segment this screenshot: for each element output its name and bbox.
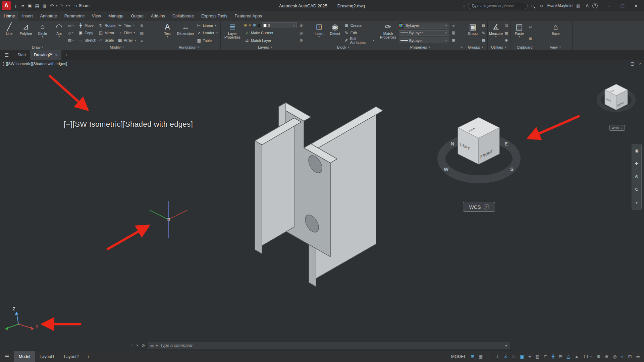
command-input-field[interactable]: ▭ ▾ ▾	[148, 342, 510, 349]
properties-dialog-button[interactable]: ⊞	[452, 38, 455, 43]
overkill-button[interactable]: ≡	[141, 39, 143, 43]
status-cycling-icon[interactable]: ◻	[544, 354, 547, 359]
measure-button[interactable]: ∡ Measure ▾	[489, 22, 503, 44]
user-name[interactable]: FrankMayfield	[547, 3, 573, 8]
viewport-controls-label[interactable]: [−][SW Isometric][Shaded with edges]	[3, 62, 67, 66]
panel-clipboard-label[interactable]: Clipboard	[511, 44, 539, 50]
paste-button[interactable]: ▤ Paste ▾	[512, 22, 527, 44]
3d-model[interactable]	[255, 103, 383, 287]
ribbon-tab-express-tools[interactable]: Express Tools	[198, 11, 231, 21]
ucs-icon[interactable]: X Z	[5, 307, 38, 330]
match-properties-button[interactable]: ✑ Match Properties	[378, 22, 398, 44]
move-button[interactable]: ╋Move	[77, 22, 97, 29]
search-icon[interactable]: ○	[530, 3, 536, 8]
leader-button[interactable]: ↗Leader▾	[196, 29, 219, 37]
status-grid-icon[interactable]: ⊞	[471, 354, 474, 359]
panel-draw-label[interactable]: Draw▾	[0, 44, 76, 50]
panel-layers-label[interactable]: Layers▾	[221, 44, 310, 50]
share-button[interactable]: ↪ Share	[74, 3, 90, 8]
plot-icon[interactable]: ▥	[41, 3, 48, 8]
new-file-icon[interactable]: ▯	[13, 3, 19, 8]
stretch-button[interactable]: ↔Stretch	[77, 37, 97, 44]
transparency-button[interactable]: ▥	[452, 31, 455, 35]
color-dropdown[interactable]: ByLayer▾	[404, 23, 449, 28]
orbit-icon[interactable]: ↻	[635, 187, 639, 192]
panel-utilities-label[interactable]: Utilities▾	[488, 44, 510, 50]
save-as-icon[interactable]: ▤	[33, 3, 41, 8]
apps-icon[interactable]: A	[584, 3, 590, 8]
array-button[interactable]: ▦Array▾	[117, 37, 137, 44]
circle-button[interactable]: ○ Circle ▾	[35, 22, 50, 44]
command-grip-handle[interactable]: ⋮	[130, 343, 133, 348]
ribbon-tab-collaborate[interactable]: Collaborate	[169, 11, 198, 21]
explode-button[interactable]: ⊘	[140, 23, 143, 28]
insert-button[interactable]: ⊡ Insert ▾	[312, 22, 326, 44]
text-button[interactable]: A Text ▾	[160, 22, 175, 44]
status-snap-icon[interactable]: ▦	[479, 354, 483, 359]
undo-icon[interactable]: ↶	[48, 3, 55, 8]
ribbon-tab-view[interactable]: View	[88, 11, 105, 21]
new-layout-button[interactable]: +	[84, 351, 93, 362]
create-block-button[interactable]: ⊞Create	[343, 22, 375, 29]
status-autoscale-icon[interactable]: ▲	[575, 354, 579, 359]
navbar-more-icon[interactable]: ▾	[635, 200, 639, 205]
model-tab[interactable]: Model	[14, 351, 35, 362]
arc-button[interactable]: ◠ Arc ▾	[51, 22, 67, 44]
user-icon[interactable]: ☺	[537, 3, 545, 8]
layer-on-icon[interactable]: ⊛	[244, 23, 247, 27]
command-close-icon[interactable]: ×	[136, 343, 139, 348]
group-manager-button[interactable]: ▦	[482, 38, 485, 43]
status-graphics-icon[interactable]: ◐	[621, 354, 624, 359]
status-dynamic-ucs-icon[interactable]: ╋	[552, 354, 554, 359]
steering-wheel-icon[interactable]: ◉	[635, 148, 638, 153]
drawing-canvas[interactable]: [−][SW Isometric][Shaded with edges] – ▢…	[0, 60, 644, 351]
trim-button[interactable]: ✂Trim▾	[117, 22, 137, 29]
file-tab-drawing2[interactable]: Drawing2* ×	[30, 50, 61, 60]
compass-north-label[interactable]: N	[451, 141, 454, 146]
panel-annotation-label[interactable]: Annotation▾	[158, 44, 220, 50]
rectangle-button[interactable]: ▭▾	[68, 23, 74, 28]
file-tabs-menu-icon[interactable]: ☰	[0, 50, 13, 60]
hatch-button[interactable]: ▨▾	[68, 38, 74, 43]
lineweight-dropdown[interactable]: ByLayer▾	[399, 38, 449, 43]
rotate-button[interactable]: ↻Rotate	[98, 22, 116, 29]
recent-commands-caret-icon[interactable]: ▾	[155, 344, 159, 348]
status-customize-icon[interactable]: ☰	[636, 354, 640, 359]
ribbon-tab-annotate[interactable]: Annotate	[37, 11, 61, 21]
linear-button[interactable]: ⊢Linear▾	[196, 22, 219, 29]
qat-customize-caret-icon[interactable]: ▾	[68, 4, 70, 7]
status-workspace-icon[interactable]: ⚙	[597, 354, 601, 359]
status-dynamic-input-icon[interactable]: ⊟	[559, 354, 562, 359]
window-minimize-button[interactable]: –	[602, 0, 616, 11]
panel-properties-label[interactable]: Properties▾ »	[377, 44, 464, 50]
edit-attributes-button[interactable]: ✐Edit Attributes▾	[343, 37, 375, 44]
table-button[interactable]: ▦Table	[196, 37, 219, 44]
window-close-button[interactable]: ×	[629, 0, 643, 11]
layer-off-button[interactable]: ⊘	[300, 38, 303, 43]
layer-select-dropdown[interactable]: 0 ▾	[262, 22, 297, 28]
quick-calc-button[interactable]: ▦	[504, 31, 508, 35]
polyline-button[interactable]: ⊿ Polyline	[18, 22, 34, 44]
detect-button[interactable]: ◉ Detect	[327, 22, 342, 44]
status-polar-icon[interactable]: ∠	[504, 354, 508, 359]
annotation-scale-button[interactable]: 1:1▾	[583, 355, 592, 359]
panel-groups-label[interactable]: Groups▾	[464, 44, 487, 50]
search-input[interactable]	[468, 3, 528, 9]
command-customize-icon[interactable]: ⚙	[141, 343, 145, 348]
new-drawing-button[interactable]: +	[61, 50, 71, 60]
panel-expand-icon[interactable]: »	[461, 45, 463, 49]
help-icon[interactable]: ?	[592, 3, 598, 8]
mirror-button[interactable]: ◫Mirror	[98, 29, 116, 36]
save-icon[interactable]: ▣	[26, 3, 33, 8]
open-file-icon[interactable]: ▱	[19, 3, 26, 8]
zoom-icon[interactable]: ⊙	[635, 174, 639, 179]
status-annotation-visibility-icon[interactable]: △	[567, 354, 570, 359]
window-maximize-button[interactable]: ▢	[616, 0, 629, 11]
line-button[interactable]: ╱ Line	[1, 22, 17, 44]
status-osnap-icon[interactable]: ▣	[520, 354, 524, 359]
command-input[interactable]	[160, 343, 503, 348]
copy-button[interactable]: ▣Copy	[77, 29, 97, 36]
cut-button[interactable]: ✂	[529, 25, 532, 29]
match-layer-button[interactable]: ⇄Match Layer	[244, 37, 297, 44]
status-lineweight-icon[interactable]: ≡	[528, 354, 531, 359]
